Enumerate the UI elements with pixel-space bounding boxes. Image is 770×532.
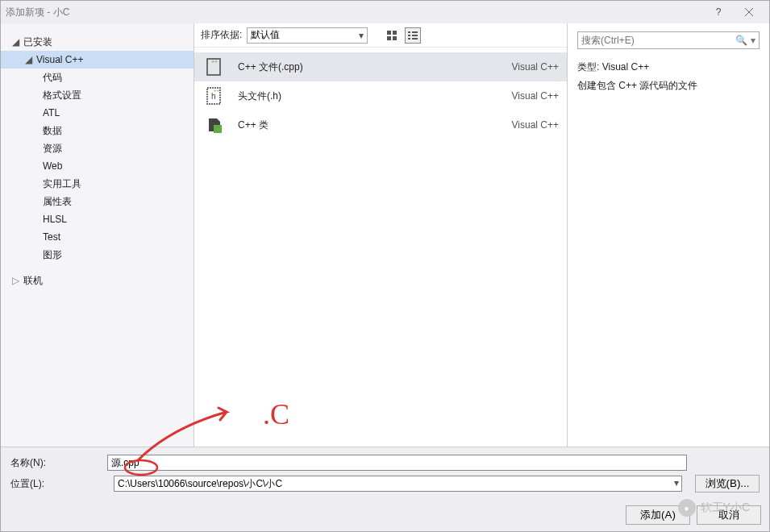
list-icon xyxy=(408,31,418,40)
sidebar-item-label: 属性表 xyxy=(43,195,72,209)
sidebar-item-atl[interactable]: ATL xyxy=(1,104,194,122)
sort-label: 排序依据: xyxy=(201,28,242,42)
svg-rect-18 xyxy=(214,125,222,133)
dropdown-icon: ▾ xyxy=(751,35,755,46)
sidebar-visual-cpp[interactable]: ◢ Visual C++ xyxy=(1,51,194,69)
template-name: C++ 文件(.cpp) xyxy=(238,60,512,74)
name-row: 名称(N): xyxy=(10,452,760,473)
template-lang: Visual C++ xyxy=(512,90,559,102)
sidebar-item-test[interactable]: Test xyxy=(1,228,194,246)
category-sidebar: ◢ 已安装 ◢ Visual C++ 代码 格式设置 ATL 数据 资源 Web… xyxy=(1,23,194,447)
view-list-button[interactable] xyxy=(405,27,421,44)
svg-rect-10 xyxy=(408,38,410,39)
sidebar-item-label: 数据 xyxy=(43,124,62,138)
sort-value: 默认值 xyxy=(251,28,280,42)
browse-button[interactable]: 浏览(B)... xyxy=(695,475,760,493)
location-label: 位置(L): xyxy=(10,477,107,491)
sidebar-item-label: 格式设置 xyxy=(43,89,81,102)
add-button[interactable]: 添加(A) xyxy=(626,505,690,525)
sidebar-item-propsheet[interactable]: 属性表 xyxy=(1,193,194,210)
sort-dropdown[interactable]: 默认值 ▾ xyxy=(247,27,368,44)
close-button[interactable] xyxy=(734,1,764,23)
sidebar-item-label: Web xyxy=(43,160,62,172)
search-icon: 🔍 xyxy=(735,35,747,46)
dialog-body: ◢ 已安装 ◢ Visual C++ 代码 格式设置 ATL 数据 资源 Web… xyxy=(1,23,769,447)
template-row-header-file[interactable]: h++ 头文件(.h) Visual C++ xyxy=(194,81,567,110)
chevron-down-icon: ◢ xyxy=(25,54,33,65)
sidebar-item-label: Test xyxy=(43,231,60,243)
type-value: Visual C++ xyxy=(602,61,649,73)
template-panel: 排序依据: 默认值 ▾ ++ xyxy=(194,23,568,447)
add-new-item-dialog: 添加新项 - 小C ? ◢ 已安装 ◢ Visual C++ 代码 格式设置 A… xyxy=(0,0,770,532)
cancel-button[interactable]: 取消 xyxy=(697,505,761,525)
template-name: 头文件(.h) xyxy=(238,89,512,103)
details-pane: 🔍 ▾ 类型: Visual C++ 创建包含 C++ 源代码的文件 xyxy=(568,23,769,447)
sidebar-item-graphics[interactable]: 图形 xyxy=(1,246,194,264)
titlebar: 添加新项 - 小C ? xyxy=(1,1,769,23)
svg-rect-5 xyxy=(393,36,397,40)
sidebar-item-label: 图形 xyxy=(43,248,62,262)
sidebar-item-formatting[interactable]: 格式设置 xyxy=(1,86,194,104)
chevron-right-icon: ▷ xyxy=(12,275,20,286)
h-file-icon: h++ xyxy=(202,85,227,106)
svg-rect-2 xyxy=(387,31,391,35)
sidebar-item-utility[interactable]: 实用工具 xyxy=(1,175,194,193)
sidebar-item-label: ATL xyxy=(43,107,60,118)
name-label: 名称(N): xyxy=(10,456,107,470)
template-lang: Visual C++ xyxy=(512,119,559,131)
close-icon xyxy=(745,8,753,16)
sidebar-item-label: HLSL xyxy=(43,214,67,225)
grid-icon xyxy=(387,31,397,40)
footer: 添加(A) 取消 xyxy=(1,502,769,531)
svg-text:++: ++ xyxy=(214,88,220,93)
sidebar-installed-label: 已安装 xyxy=(23,35,52,49)
template-row-cpp-file[interactable]: ++ C++ 文件(.cpp) Visual C++ xyxy=(194,52,567,81)
sidebar-online[interactable]: ▷ 联机 xyxy=(1,272,194,289)
window-title: 添加新项 - 小C xyxy=(6,6,703,19)
sidebar-item-web[interactable]: Web xyxy=(1,157,194,175)
template-list: ++ C++ 文件(.cpp) Visual C++ h++ 头文件(.h) V… xyxy=(194,48,567,447)
svg-rect-9 xyxy=(412,35,418,36)
sidebar-item-code[interactable]: 代码 xyxy=(1,69,194,86)
form-area: 名称(N): 位置(L): ▾ 浏览(B)... xyxy=(1,447,769,502)
cpp-class-icon xyxy=(202,114,227,135)
svg-text:++: ++ xyxy=(211,59,218,64)
template-lang: Visual C++ xyxy=(512,61,559,73)
sidebar-item-label: 资源 xyxy=(43,142,62,156)
description: 创建包含 C++ 源代码的文件 xyxy=(577,79,760,93)
sidebar-online-label: 联机 xyxy=(23,274,43,288)
sidebar-item-data[interactable]: 数据 xyxy=(1,122,194,139)
location-row: 位置(L): ▾ 浏览(B)... xyxy=(10,473,760,494)
svg-rect-3 xyxy=(393,31,397,35)
chevron-down-icon: ◢ xyxy=(12,36,20,48)
svg-rect-7 xyxy=(412,31,418,33)
cpp-file-icon: ++ xyxy=(202,56,227,77)
svg-rect-4 xyxy=(387,36,391,40)
search-input[interactable] xyxy=(581,35,735,46)
svg-rect-11 xyxy=(412,38,418,39)
search-box[interactable]: 🔍 ▾ xyxy=(577,31,760,49)
help-button[interactable]: ? xyxy=(703,1,734,23)
name-input[interactable] xyxy=(107,455,687,471)
type-row: 类型: Visual C++ xyxy=(577,60,760,74)
sidebar-item-label: 代码 xyxy=(43,71,62,85)
type-label: 类型: xyxy=(577,61,599,73)
sidebar-installed[interactable]: ◢ 已安装 xyxy=(1,33,194,51)
svg-text:h: h xyxy=(211,92,216,101)
template-name: C++ 类 xyxy=(238,118,512,132)
chevron-down-icon: ▾ xyxy=(359,30,364,41)
svg-rect-8 xyxy=(408,35,410,36)
sidebar-item-label: 实用工具 xyxy=(43,177,81,191)
svg-rect-6 xyxy=(408,31,410,33)
sidebar-item-resource[interactable]: 资源 xyxy=(1,139,194,157)
sidebar-item-hlsl[interactable]: HLSL xyxy=(1,210,194,228)
template-toolbar: 排序依据: 默认值 ▾ xyxy=(194,23,567,48)
location-input[interactable] xyxy=(114,476,682,492)
template-row-cpp-class[interactable]: C++ 类 Visual C++ xyxy=(194,110,567,139)
sidebar-vcpp-label: Visual C++ xyxy=(36,54,83,65)
view-grid-button[interactable] xyxy=(384,27,400,44)
